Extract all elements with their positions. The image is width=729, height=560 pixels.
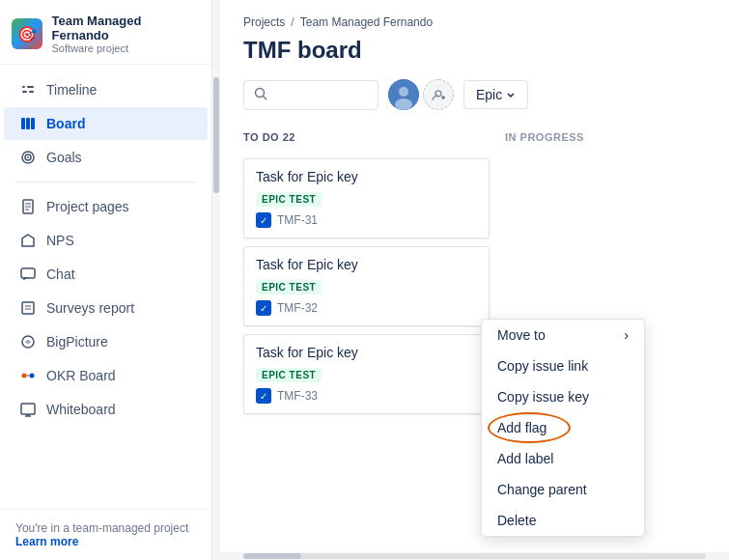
- sidebar-item-label: Whiteboard: [46, 402, 116, 417]
- svg-rect-1: [27, 86, 34, 88]
- sidebar-item-label: Timeline: [46, 82, 97, 98]
- toolbar: Epic: [220, 79, 729, 126]
- context-item-delete[interactable]: Delete: [482, 505, 644, 536]
- board-column-todo: TO DO 22 Task for Epic key EPIC TEST ✓ T…: [243, 126, 490, 552]
- context-item-change-parent[interactable]: Change parent: [482, 474, 644, 505]
- context-item-label: Add flag: [497, 420, 547, 435]
- surveys-icon: [19, 299, 37, 317]
- sidebar-scrollbar-thumb: [213, 77, 219, 193]
- task-checkbox: ✓: [256, 300, 271, 316]
- sidebar-item-timeline[interactable]: Timeline: [4, 73, 208, 106]
- epic-filter-button[interactable]: Epic: [463, 80, 528, 109]
- task-card-tmf31[interactable]: Task for Epic key EPIC TEST ✓ TMF-31: [243, 158, 490, 238]
- project-type: Software project: [52, 42, 200, 54]
- sidebar-item-label: BigPicture: [46, 334, 108, 350]
- sidebar-nav: Timeline Board Goals: [0, 65, 211, 509]
- context-item-copy-issue-link[interactable]: Copy issue link: [482, 350, 644, 381]
- context-item-move-to[interactable]: Move to ›: [482, 320, 644, 350]
- context-item-copy-issue-key[interactable]: Copy issue key: [482, 381, 644, 412]
- footer-text: You're in a team-managed project: [15, 521, 188, 535]
- column-header-todo: TO DO 22: [243, 126, 490, 151]
- epic-badge: EPIC TEST: [256, 280, 322, 294]
- context-item-add-flag[interactable]: Add flag: [482, 412, 644, 443]
- sidebar-item-label: Chat: [46, 266, 75, 282]
- search-icon: [254, 87, 267, 103]
- sidebar-item-chat[interactable]: Chat: [4, 258, 208, 291]
- task-key: TMF-33: [277, 389, 318, 403]
- sidebar-item-surveys-report[interactable]: Surveys report: [4, 292, 208, 324]
- sidebar-item-nps[interactable]: NPS: [4, 224, 208, 257]
- okr-icon: [19, 367, 37, 384]
- chevron-right-icon: ›: [624, 327, 629, 343]
- column-header-inprogress: IN PROGRESS: [505, 126, 729, 151]
- task-card-tmf33[interactable]: Task for Epic key EPIC TEST ✓ TMF-33: [243, 334, 490, 414]
- svg-rect-22: [21, 404, 35, 414]
- svg-rect-6: [31, 118, 35, 129]
- nps-icon: [19, 232, 37, 249]
- project-info: Team Managed Fernando Software project: [52, 14, 200, 54]
- project-name: Team Managed Fernando: [52, 14, 200, 42]
- context-menu: Move to › Copy issue link Copy issue key…: [481, 319, 645, 537]
- avatar-group: [388, 79, 454, 110]
- task-title: Task for Epic key: [256, 169, 477, 184]
- page-title: TMF board: [220, 33, 729, 79]
- svg-rect-3: [29, 91, 34, 93]
- main-content: Projects / Team Managed Fernando TMF boa…: [220, 0, 729, 560]
- sidebar-item-label: Surveys report: [46, 300, 134, 316]
- task-key: TMF-31: [277, 213, 318, 227]
- sidebar-footer: You're in a team-managed project Learn m…: [0, 509, 211, 560]
- svg-rect-0: [22, 86, 25, 88]
- search-box[interactable]: [243, 80, 379, 110]
- context-item-label: Delete: [497, 513, 536, 528]
- context-item-add-label[interactable]: Add label: [482, 443, 644, 474]
- bottom-scrollbar[interactable]: [220, 552, 729, 560]
- sidebar-item-okr-board[interactable]: OKR Board: [4, 359, 208, 392]
- avatar: [388, 79, 419, 110]
- chevron-down-icon: [506, 87, 516, 102]
- task-card-tmf32[interactable]: Task for Epic key EPIC TEST ✓ TMF-32: [243, 246, 490, 326]
- scrollbar-thumb: [243, 553, 301, 559]
- sidebar-scrollbar-area[interactable]: [212, 0, 220, 560]
- task-checkbox: ✓: [256, 388, 271, 404]
- search-input[interactable]: [273, 87, 360, 102]
- breadcrumb: Projects / Team Managed Fernando: [220, 0, 729, 33]
- context-item-label: Change parent: [497, 482, 587, 497]
- sidebar-item-bigpicture[interactable]: BigPicture: [4, 325, 208, 358]
- task-title: Task for Epic key: [256, 345, 477, 360]
- context-item-label: Copy issue link: [497, 358, 588, 374]
- svg-point-25: [256, 88, 265, 97]
- task-checkbox: ✓: [256, 212, 271, 228]
- timeline-icon: [19, 81, 37, 98]
- sidebar-divider: [15, 182, 196, 182]
- task-footer: ✓ TMF-33: [256, 388, 477, 404]
- svg-point-29: [395, 98, 412, 110]
- sidebar: 🎯 Team Managed Fernando Software project…: [0, 0, 212, 560]
- sidebar-item-goals[interactable]: Goals: [4, 141, 208, 174]
- epic-badge: EPIC TEST: [256, 368, 322, 382]
- breadcrumb-projects[interactable]: Projects: [243, 15, 285, 29]
- svg-point-20: [30, 374, 35, 378]
- scrollbar-track: [243, 553, 706, 559]
- sidebar-item-board[interactable]: Board: [4, 107, 208, 140]
- goals-icon: [19, 149, 37, 166]
- add-avatar-button[interactable]: [423, 79, 454, 110]
- project-icon: 🎯: [12, 18, 42, 49]
- chat-icon: [19, 266, 37, 283]
- whiteboard-icon: [19, 401, 37, 418]
- sidebar-item-label: Project pages: [46, 199, 129, 214]
- learn-more-link[interactable]: Learn more: [15, 535, 78, 548]
- svg-rect-15: [22, 302, 34, 314]
- svg-point-28: [399, 87, 408, 97]
- sidebar-header: 🎯 Team Managed Fernando Software project: [0, 0, 211, 65]
- svg-line-26: [264, 96, 267, 99]
- task-footer: ✓ TMF-32: [256, 300, 477, 316]
- svg-point-9: [27, 156, 29, 158]
- sidebar-item-label: OKR Board: [46, 368, 116, 383]
- task-title: Task for Epic key: [256, 257, 477, 272]
- svg-rect-4: [21, 118, 25, 129]
- context-item-label: Copy issue key: [497, 389, 589, 405]
- breadcrumb-project-name[interactable]: Team Managed Fernando: [300, 15, 433, 29]
- sidebar-item-whiteboard[interactable]: Whiteboard: [4, 393, 208, 426]
- sidebar-item-project-pages[interactable]: Project pages: [4, 190, 208, 223]
- context-item-label: Move to: [497, 327, 546, 343]
